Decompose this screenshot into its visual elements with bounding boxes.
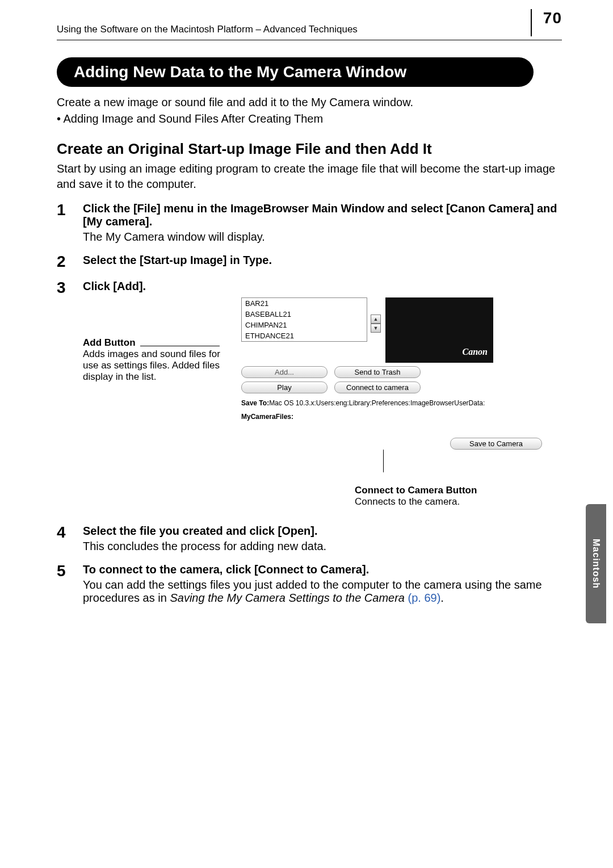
step3-instruction: Click [Add].	[83, 280, 562, 293]
step4-detail: This concludes the process for adding ne…	[83, 540, 562, 553]
section-banner: Adding New Data to the My Camera Window	[57, 57, 534, 87]
subheading: Create an Original Start-up Image File a…	[57, 140, 562, 158]
breadcrumb: Using the Software on the Macintosh Plat…	[57, 24, 358, 35]
my-camera-window: BAR21 BASEBALL21 CHIMPAN21 ETHDANCE21 ▲ …	[241, 297, 542, 508]
step5-italic: Saving the My Camera Settings to the Cam…	[170, 592, 405, 604]
save-to-camera-button[interactable]: Save to Camera	[450, 438, 542, 450]
step4-instruction: Select the file you created and click [O…	[83, 525, 562, 538]
page-number: 70	[543, 9, 562, 27]
send-to-trash-button[interactable]: Send to Trash	[334, 366, 421, 378]
stepper-down-icon[interactable]: ▼	[371, 324, 381, 333]
list-item[interactable]: ETHDANCE21	[242, 330, 367, 341]
list-item[interactable]: CHIMPAN21	[242, 320, 367, 330]
connect-callout: Connect to Camera Button Connects to the…	[241, 485, 542, 508]
step1-instruction: Click the [File] menu in the ImageBrowse…	[83, 202, 562, 228]
step-number-3: 3	[57, 280, 83, 296]
save-to-label: Save To:	[241, 399, 269, 407]
leader-line-vertical	[383, 450, 542, 472]
canon-logo: Canon	[463, 347, 488, 357]
step5-end: .	[440, 592, 444, 604]
step2-instruction: Select the [Start-up Image] in Type.	[83, 254, 562, 267]
step5-detail: You can add the settings files you just …	[83, 578, 562, 605]
leader-line	[140, 346, 220, 346]
step5-instruction: To connect to the camera, click [Connect…	[83, 563, 562, 576]
save-to-path: Mac OS 10.3.x:Users:eng:Library:Preferen…	[269, 399, 485, 407]
connect-callout-title: Connect to Camera Button	[355, 485, 542, 496]
step-number-4: 4	[57, 525, 83, 540]
settings-listbox[interactable]: BAR21 BASEBALL21 CHIMPAN21 ETHDANCE21	[241, 297, 367, 342]
list-item[interactable]: BASEBALL21	[242, 309, 367, 320]
startup-image-preview: Canon	[385, 297, 493, 363]
stepper-up-icon[interactable]: ▲	[371, 315, 381, 324]
side-tab-label: Macintosh	[591, 539, 601, 589]
step-number-2: 2	[57, 254, 83, 270]
step-number-5: 5	[57, 563, 83, 579]
add-button-callout: Add Button Adds images and sound files f…	[83, 297, 230, 383]
list-item[interactable]: BAR21	[242, 298, 367, 309]
add-button[interactable]: Add...	[241, 366, 328, 378]
connect-callout-body: Connects to the camera.	[355, 496, 542, 508]
step-number-1: 1	[57, 202, 83, 218]
intro-line: Create a new image or sound file and add…	[57, 95, 562, 110]
list-steppers[interactable]: ▲ ▼	[371, 315, 381, 333]
side-tab-macintosh[interactable]: Macintosh	[586, 504, 606, 623]
mycamerafiles-label: MyCameraFiles:	[241, 413, 542, 421]
save-to-line: Save To:Mac OS 10.3.x:Users:eng:Library:…	[241, 399, 542, 407]
connect-to-camera-button[interactable]: Connect to camera	[334, 381, 421, 393]
page-number-box: 70	[531, 9, 562, 36]
step1-detail: The My Camera window will display.	[83, 230, 562, 244]
play-button[interactable]: Play	[241, 381, 328, 393]
add-button-callout-title: Add Button	[83, 337, 136, 348]
add-button-callout-body: Adds images and sound files for use as s…	[83, 349, 230, 383]
page-ref-link[interactable]: (p. 69)	[405, 592, 440, 604]
subheading-text: Start by using an image editing program …	[57, 161, 562, 192]
intro-bullet: • Adding Image and Sound Files After Cre…	[57, 111, 562, 127]
